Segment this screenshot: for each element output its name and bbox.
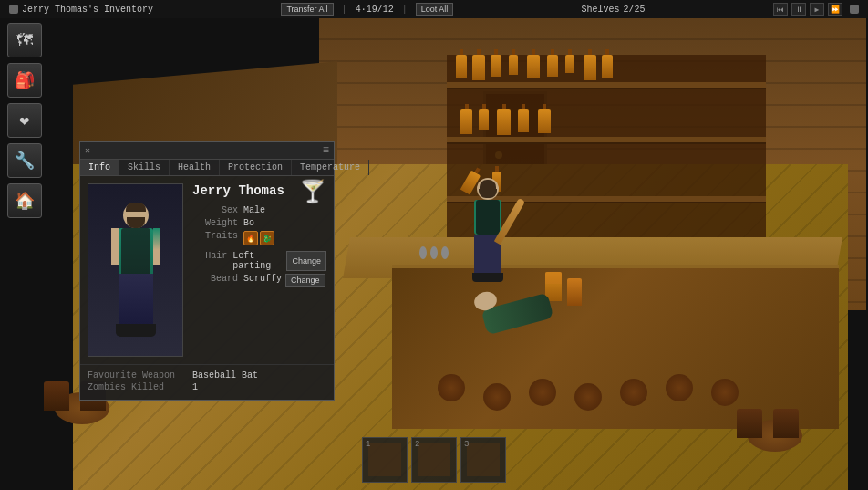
hair-label: Hair [192,251,227,271]
bar-stool [666,374,693,401]
shelf-bottle [491,55,501,77]
tab-protection[interactable]: Protection [220,160,292,175]
chair [44,381,69,411]
portrait-legs [119,274,153,324]
loot-all-button[interactable]: Loot All [416,3,454,16]
trait-icon-2[interactable]: 🐉 [260,231,274,245]
chair [773,409,799,438]
bar-cup [441,246,449,259]
weight-value: Bo [243,218,254,228]
panel-tabs: Info Skills Health Protection Temperatur… [80,160,334,176]
bar-stool [574,383,602,411]
char-feet [472,273,503,282]
play-button[interactable]: ▶ [810,3,824,16]
character-portrait [88,183,183,357]
cocktail-icon: 🍸 [299,179,326,205]
shelf-bottle [497,109,511,135]
traits-row: Traits 🔥 🐉 [192,231,326,245]
hair-row: Hair Left parting Change [192,251,326,271]
shelves-count: 2/25 [624,5,646,15]
left-toolbar: 🗺 🎒 ❤ 🔧 🏠 [7,23,47,218]
tab-temperature[interactable]: Temperature [292,160,369,175]
health-button[interactable]: ❤ [7,103,42,138]
inv-slot-2[interactable]: 2 [411,437,457,483]
map-icon: 🗺 [16,31,33,50]
shelves-label: Shelves [582,5,620,15]
fav-weapon-row: Favourite Weapon Baseball Bat [88,370,326,381]
shelf-bottle [527,55,540,78]
player-character-sprite [472,178,503,282]
panel-filter-icon[interactable]: ≡ [323,144,329,157]
weight-row: Weight Bo [192,218,326,228]
shelf-bottle [472,55,485,80]
portrait-beard [127,217,145,228]
bar-stool [483,383,511,411]
shelf-bottle [479,109,489,130]
inventory-button[interactable]: 🎒 [7,63,42,98]
char-beard [479,189,497,198]
game-world: Jerry Thomas's Inventory Transfer All | … [0,0,868,490]
portrait-right-arm [153,228,160,265]
char-hair [480,180,496,189]
shelf-bottle [538,109,551,133]
inv-slot-3[interactable]: 3 [460,437,506,483]
hud-shelves-section: Shelves 2/25 [582,5,646,15]
char-vest [476,200,500,235]
beard-change-button[interactable]: Change [285,274,326,287]
character-stats-bottom: Favourite Weapon Baseball Bat Zombies Ki… [80,364,334,400]
portrait-figure [116,203,156,337]
portrait-left-arm [111,228,119,265]
hair-change-button[interactable]: Change [286,251,326,271]
portrait-vest [121,228,150,274]
sex-value: Male [243,205,265,215]
shelf-bottle [565,55,574,73]
traits-label: Traits [192,231,238,245]
settings-icon [850,5,859,14]
shelf-row-1 [447,82,766,89]
hud-center-section: Transfer All | 4·19/12 | Loot All [281,3,453,16]
slot-item-1 [368,443,401,476]
hair-value: Left parting [232,251,283,271]
tab-info[interactable]: Info [80,160,119,175]
build-button[interactable]: 🏠 [7,183,42,218]
slot-num-3: 3 [464,440,469,449]
shelf-row-2 [447,137,766,144]
inv-slot-1[interactable]: 1 [362,437,408,483]
slot-num-1: 1 [366,440,370,449]
panel-close-icon[interactable]: ✕ [85,145,90,156]
portrait-body [119,228,153,274]
transfer-all-button[interactable]: Transfer All [281,3,333,16]
trait-icon-1[interactable]: 🔥 [243,231,258,245]
rewind-button[interactable]: ⏮ [773,3,788,16]
fast-forward-button[interactable]: ⏩ [828,3,842,16]
capacity-display: 4·19/12 [356,5,394,15]
shelf-bottle [602,55,613,78]
craft-button[interactable]: 🔧 [7,143,42,178]
character-info-panel: ✕ ≡ Info Skills Health Protection Temper… [79,141,335,401]
hud-top-bar: Jerry Thomas's Inventory Transfer All | … [0,0,868,18]
shelf-bottle [518,109,529,132]
bar-counter [392,265,839,429]
zombies-killed-label: Zombies Killed [88,382,192,392]
beard-value: Scruffy [243,274,282,287]
house-icon: 🏠 [15,191,35,211]
bar-items [419,246,449,259]
appearance-section: Hair Left parting Change Beard Scruffy C… [192,251,326,287]
slot-item-3 [467,443,500,476]
character-details: Jerry Thomas 🍸 Sex Male Weight Bo Traits… [192,183,326,357]
character-name: Jerry Thomas [192,183,284,198]
tab-skills[interactable]: Skills [119,160,170,175]
loot-bottle-2[interactable] [567,278,582,306]
bar-cup [430,246,438,259]
beard-row: Beard Scruffy Change [192,274,326,287]
tab-health[interactable]: Health [170,160,220,175]
map-button[interactable]: 🗺 [7,23,42,57]
inventory-icon [9,5,18,14]
wrench-icon: 🔧 [15,151,35,171]
right-playback-controls: ⏮ ⏸ ▶ ⏩ [773,3,859,16]
slot-item-2 [418,443,450,476]
pause-button[interactable]: ⏸ [791,3,806,16]
sex-row: Sex Male [192,205,326,215]
portrait-feet [116,324,156,337]
backpack-icon: 🎒 [15,70,35,90]
